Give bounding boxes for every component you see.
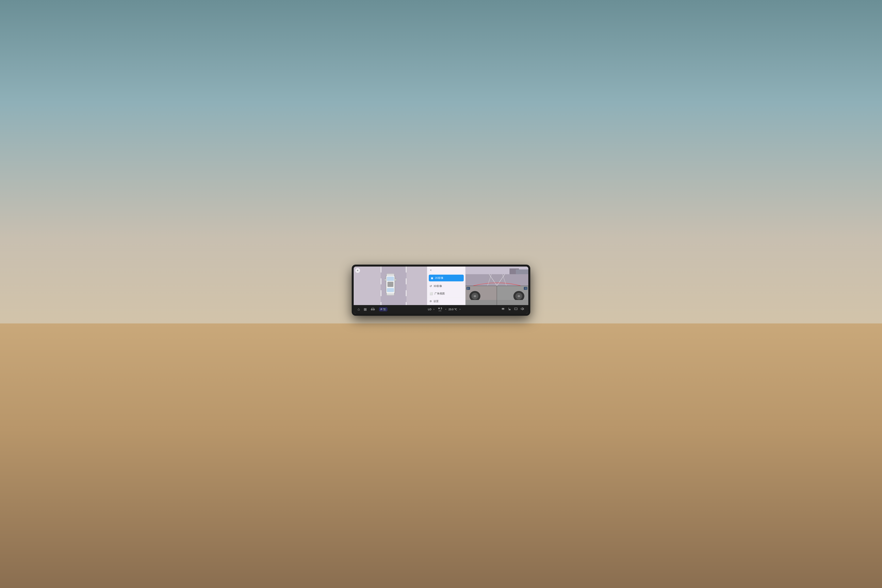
car-topview: [384, 273, 396, 296]
wood-trim: [0, 324, 882, 588]
ac-speed: 3: [441, 307, 442, 310]
svg-rect-16: [516, 269, 528, 274]
apps-button[interactable]: ⊞: [364, 307, 367, 312]
taskbar: ⌂ ⊞ P 📷: [354, 305, 528, 314]
ac-speed-row: ❄ 3: [438, 307, 442, 310]
birdeye-road: [354, 267, 427, 305]
camera-icon: 📷: [383, 308, 386, 310]
settings-icon: ⚙: [429, 300, 432, 303]
menu-item-2d[interactable]: ▣ 2D影像: [429, 274, 464, 282]
temp-right-chevron[interactable]: >: [459, 308, 460, 310]
taskbar-right: [501, 307, 524, 312]
rear-camera-feed: [465, 267, 528, 286]
ac-label: A/C: [439, 310, 442, 312]
road-line-left: [381, 267, 381, 305]
close-button[interactable]: ✕: [355, 268, 360, 273]
menu-item-wide[interactable]: ⬜ 广角视图: [427, 290, 465, 297]
svg-rect-4: [384, 279, 386, 281]
svg-rect-2: [387, 288, 394, 292]
birdeye-panel: ✕: [354, 267, 427, 305]
menu-back-button[interactable]: <: [427, 267, 465, 274]
ac-icon: ❄: [438, 307, 440, 310]
menu-item-3d[interactable]: ↺ 3D影像: [427, 282, 465, 290]
svg-point-27: [518, 295, 520, 297]
left-camera-feed: [↑: [465, 286, 497, 305]
svg-point-31: [374, 310, 374, 310]
svg-rect-28: [497, 300, 528, 305]
menu-item-wide-label: 广角视图: [435, 292, 445, 296]
menu-item-2d-label: 2D影像: [435, 276, 443, 280]
rear-cam-scene: [465, 267, 528, 286]
temp-left-chevron[interactable]: <: [445, 308, 446, 310]
bottom-cameras-row: [↑: [465, 286, 528, 305]
car-interior: ✕ < ▣ 2D影像 ↺ 3D影像: [0, 0, 882, 588]
taskbar-center: LO > ❄ 3 A/C < 23.0 ℃: [428, 307, 460, 312]
2d-icon: ▣: [431, 276, 433, 280]
right-cam-bg: [497, 286, 528, 305]
camera-feeds-container: [↑: [465, 267, 528, 305]
car-button[interactable]: [370, 307, 375, 311]
screen-content: ✕ < ▣ 2D影像 ↺ 3D影像: [354, 267, 528, 314]
right-camera-feed: ↑]: [497, 286, 528, 305]
svg-rect-1: [387, 277, 394, 281]
right-cam-icon: ↑]: [524, 287, 527, 290]
settings-label: 设置: [434, 300, 439, 303]
svg-rect-7: [387, 294, 394, 296]
settings-button[interactable]: ⚙ 设置: [427, 297, 465, 305]
seat-heat-button[interactable]: [508, 307, 512, 312]
ac-control: ❄ 3 A/C: [438, 307, 442, 312]
screen-bezel: ✕ < ▣ 2D影像 ↺ 3D影像: [352, 265, 530, 315]
volume-button[interactable]: [520, 307, 524, 311]
taskbar-left: ⌂ ⊞ P 📷: [358, 307, 387, 312]
defrost-button[interactable]: [501, 307, 505, 311]
mirror-button[interactable]: [514, 307, 518, 312]
svg-rect-5: [395, 279, 396, 281]
svg-point-22: [474, 295, 476, 297]
camera-area: ✕ < ▣ 2D影像 ↺ 3D影像: [354, 267, 528, 305]
home-button[interactable]: ⌂: [358, 307, 360, 311]
svg-point-30: [372, 310, 372, 310]
infotainment-screen: ✕ < ▣ 2D影像 ↺ 3D影像: [354, 267, 528, 314]
temperature-display: 23.0 ℃: [448, 308, 457, 311]
parking-icon: P: [381, 308, 382, 311]
svg-rect-23: [465, 300, 497, 305]
speed-label: LO: [428, 308, 431, 311]
svg-rect-6: [387, 274, 394, 275]
camera-menu-panel: < ▣ 2D影像 ↺ 3D影像 ⬜: [427, 267, 465, 305]
parking-button[interactable]: P 📷: [379, 307, 387, 311]
left-cam-icon: [↑: [466, 287, 470, 290]
svg-rect-32: [509, 309, 510, 310]
svg-rect-3: [387, 282, 393, 287]
left-cam-bg: [465, 286, 497, 305]
svg-rect-12: [465, 274, 528, 285]
3d-icon: ↺: [429, 285, 432, 288]
speed-right-chevron[interactable]: >: [433, 308, 435, 310]
menu-item-3d-label: 3D影像: [434, 284, 442, 288]
road-line-right: [406, 267, 406, 305]
wide-icon: ⬜: [429, 292, 433, 295]
